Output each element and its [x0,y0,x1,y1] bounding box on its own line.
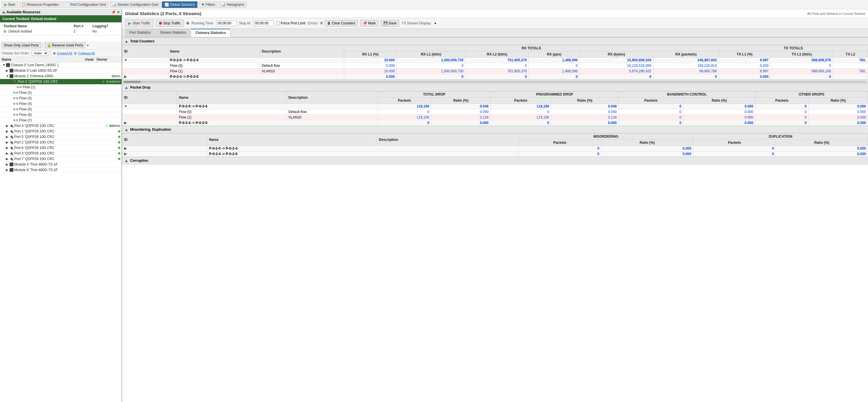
tab-global-statistics[interactable]: 📈 Global Statistics [162,1,197,8]
mis-col-id: ID [122,134,207,146]
pin-button[interactable]: 📌 [111,10,116,14]
main-layout: 🔌 Available Resources 📌 ✕ Current Testbe… [0,9,868,402]
mis-packets: Packets [519,140,601,146]
stop-icon [159,22,162,25]
tree-item-flow3[interactable]: ≋≋ Flow (3) [0,96,122,101]
table-row[interactable]: Flow (1) VLAN10 10.000 1,000,000,730 761… [122,69,868,74]
expand-all-button[interactable]: Expand All [57,52,72,55]
start-traffic-button[interactable]: ▶ Start Traffic [125,20,154,27]
pd-r4-other-pkt: 0 [755,120,808,126]
chassis-icon: ⬛ [6,63,10,67]
pd-col-name: Name [177,92,287,104]
running-time-input[interactable] [216,20,237,26]
filters-icon: ▼ [201,3,205,7]
tree-item-module4[interactable]: ▶ ⬛ Module 4 'Thor-400G-7S-1F [0,162,122,167]
mis-col-name: Name [207,134,377,146]
mark-button[interactable]: 📌 Mark [360,20,378,27]
tc-row1-rxbytes: 15,800,806,528 [580,58,653,63]
tree-item-port5[interactable]: ▶ 🔌 Port 5 'QSFP28 10G CR1' [0,134,122,140]
table-row[interactable]: ▶ P-0-2-4 -> P-0-2-0 0 0.000 0 0.000 [122,151,868,157]
tree-item-port6[interactable]: ▶ 🔌 Port 6 'QSFP28 10G CR1' [0,145,122,151]
tc-row1-rxpps: 1,488,096 [529,58,580,63]
clear-counters-button[interactable]: 🗑 Clear Counters [325,20,358,27]
tc-row2-rxl1bits: 0 [397,63,465,69]
tab-stream-statistics[interactable]: Stream Statistics [156,29,190,37]
stop-traffic-button[interactable]: Stop Traffic [156,20,184,27]
tree-item-flow6[interactable]: ≋≋ Flow (6) [0,112,122,118]
tree-item-flow2[interactable]: ≋≋ Flow (2) [0,90,122,96]
tree-item-flow5[interactable]: ≋≋ Flow (5) [0,107,122,112]
port0-arrow: ▼ [9,79,13,83]
tree-item-port2[interactable]: ▶ 🔌 Port 2 'QSFP28 10G CR1' [0,140,122,145]
tree-item-module0[interactable]: ▶ ⬛ Module 0 'Loki-100G-5S-2P [0,68,122,73]
sort-select[interactable]: Index [32,51,48,56]
traffic-bar: ▶ Start Traffic Stop Traffic Running Tim… [122,18,868,29]
col-testbed-name: Testbed Name [2,24,72,29]
table-row[interactable]: ▶ P-0-2-4 -> P-0-2-0 0.000 0 0 0 0 0 0.0… [122,74,868,79]
close-panel-button[interactable]: ✕ [117,10,120,14]
total-counters-scrollbar[interactable] [122,79,868,83]
tab-histograms[interactable]: 📊 Histograms [219,1,247,8]
pd-bw-ctrl: BANDWIDTH CONTROL [619,92,755,98]
stop-at-input[interactable] [253,20,274,26]
tc-row2-rxl2bits: 0 [465,63,529,69]
pd-r3-empty [122,115,177,120]
tab-stream-config[interactable]: 📊 Stream Configuration Grid [110,1,160,8]
chassis0-arrow: ▼ [2,63,6,67]
tree-item-flow4[interactable]: ≋≋ Flow (4) [0,101,122,107]
section-packet-drop[interactable]: ▲ Packet Drop [122,83,868,91]
section-misordering[interactable]: ▲ Misordering, Duplication [122,126,868,133]
testbed-info: Testbed Name Port # Logging? ⊞ Default t… [0,22,122,35]
tab-chimera-statistics[interactable]: Chimera Statistics [191,29,230,37]
tree-item-module8[interactable]: ▶ ⬛ Module 8 'Thor-400G-7S-1F [0,167,122,173]
port-config-icon: 📄 [65,3,69,7]
dropdown-arrow-icon: ▼ [86,44,89,47]
testbed-port-val: 2 [72,29,91,34]
mis-r1-mis-pkt: 0 [519,146,601,151]
tree-item-flow1[interactable]: ≋≋ Flow (1) [0,85,122,90]
save-button[interactable]: 💾 Save [381,20,399,27]
port0-owner: demo [112,79,120,83]
tab-resource-properties[interactable]: 📋 Resource Properties [19,1,61,8]
collapse-all-button[interactable]: Collapse All [78,52,95,55]
tc-row3-desc: VLAN10 [260,69,344,74]
tree-item-port4[interactable]: ▶ 🔌 Port 4 'QSFP28 10G CR1' ✓ demo [0,123,122,129]
tree-item-module2[interactable]: ▼ ⬛ Module 2 'Chimera-100G- demo [0,73,122,79]
table-row[interactable]: Flow (0) Default flow 0 0.000 0 0.000 0 … [122,109,868,115]
tree-item-port0[interactable]: ▼ 🔌 Port 0 'QSFP28 10G CR1' ✓ ≋≋ demo [0,79,122,85]
force-port-limit-check[interactable] [276,22,280,25]
table-row[interactable]: Flow (0) Default flow 0.000 0 0 0 10,126… [122,63,868,69]
table-row[interactable]: ▶ P-0-2-0 -> P-0-2-4 0 0.000 0 0.000 [122,146,868,151]
start-play-icon: ▶ [128,21,131,26]
pd-prog-ratio: Ratio (%) [551,98,619,104]
tab-port-config[interactable]: 📄 Port Configuration Grid [62,1,109,8]
table-row[interactable]: ▼ P-0-2-0 -> P-0-2-4 10.000 1,000,000,73… [122,58,868,63]
tree-item-chassis0[interactable]: ▼ ⬛ Chassis 0 'Live Demo 2400G' ( [0,62,122,68]
pd-r1-prog-ratio: 0.048 [551,104,619,109]
table-row[interactable]: Flow (1) VLAN10 119,180 0.134 119,180 0.… [122,115,868,120]
module8-arrow: ▶ [6,168,9,172]
section-total-counters[interactable]: ▲ Total Counters [122,37,868,45]
pd-r2-other-ratio: 0.000 [808,109,868,115]
force-port-limit-checkbox[interactable]: Force Port Limit [276,21,306,25]
tc-row2-txl1bits: 0 [771,63,833,69]
tab-start[interactable]: ▶ Start [2,1,18,8]
section-corruption[interactable]: ▲ Corruption [122,157,868,164]
col-tx-totals: TX TOTALS [719,45,868,52]
tab-filters[interactable]: ▼ Filters [198,1,218,8]
tree-item-port7[interactable]: ▶ 🔌 Port 7 'QSFP28 10G CR1' [0,156,122,162]
table-row[interactable]: ▶ P-0-2-4 -> P-0-2-0 0 0.000 0 0.000 0 0… [122,120,868,126]
tab-port-statistics[interactable]: Port Statistics [125,29,155,37]
pd-r3-desc: VLAN10 [287,115,378,120]
reserve-used-button[interactable]: 🔒 Reserve Used Ports [45,42,85,48]
port1-icon: 🔌 [9,129,14,133]
tree-item-flow7[interactable]: ≋≋ Flow (7) [0,118,122,123]
tree-item-port3[interactable]: ▶ 🔌 Port 3 'QSFP28 10G CR1' [0,151,122,156]
tree-item-port1[interactable]: ▶ 🔌 Port 1 'QSFP28 10G CR1' [0,129,122,134]
table-row[interactable]: ▼ P-0-2-0 -> P-0-2-4 119,180 0.048 119,1… [122,104,868,109]
show-only-used-button[interactable]: Show Only Used Ports [2,42,41,48]
scrollbar-thumb[interactable] [123,81,141,83]
pd-bw-ratio: Ratio (%) [683,98,755,104]
pd-r3-bw-pkt: 0 [619,115,683,120]
tc-row4-rxl1bits: 0 [397,74,465,79]
